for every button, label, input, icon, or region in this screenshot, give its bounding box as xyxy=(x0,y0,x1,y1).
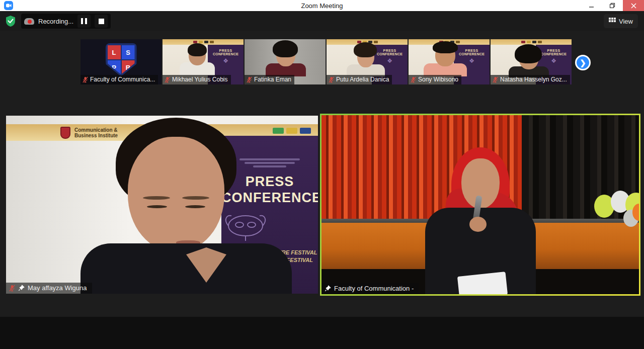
lspr-logo: L S P R xyxy=(106,43,137,76)
recording-icon xyxy=(24,17,34,25)
window-title: Zoom Meeting xyxy=(0,2,644,10)
active-speaker-frame: Faculty of Communication - xyxy=(320,114,640,296)
video-thumbnail[interactable]: PRESS CONFERENCE ❖ Putu Ardelia Danica xyxy=(327,39,408,84)
video-thumbnail[interactable]: PRESS CONFERENCE ❖ Natasha Hasselyn Goz.… xyxy=(491,39,572,84)
view-button[interactable]: View xyxy=(604,14,638,28)
video-thumbnail[interactable]: Fatinka Eman xyxy=(245,39,326,84)
main-video-left[interactable]: Communication & Business Institute PRESS… xyxy=(6,116,318,294)
video-thumbnail[interactable]: L S P R Faculty of Communica... xyxy=(80,39,162,84)
participant-name-tag: Faculty of Communica... xyxy=(80,75,158,84)
close-button[interactable] xyxy=(623,0,644,11)
speaker-left xyxy=(111,118,242,294)
main-video-right[interactable]: Faculty of Communication - xyxy=(321,115,639,294)
view-label: View xyxy=(619,18,633,25)
muted-mic-icon xyxy=(247,76,252,83)
participant-name-tag: Sony Wibisono xyxy=(409,75,461,84)
muted-mic-icon xyxy=(411,76,416,83)
muted-mic-icon xyxy=(9,285,15,292)
stop-recording-button[interactable] xyxy=(95,15,108,28)
video-thumbnail[interactable]: PRESS CONFERENCE ❖ Sony Wibisono xyxy=(409,39,490,84)
participant-name-tag: Mikhael Yulius Cobis xyxy=(163,75,231,84)
meeting-top-bar: Recording... View xyxy=(0,11,644,31)
muted-mic-icon xyxy=(493,76,498,83)
speaker-right xyxy=(415,147,546,294)
zoom-meeting-window: Zoom Meeting Recording... View xyxy=(0,0,644,349)
muted-mic-icon xyxy=(329,76,334,83)
participant-name-tag: May affayza Wiguna xyxy=(6,283,92,294)
grid-view-icon xyxy=(609,18,616,25)
title-bar: Zoom Meeting xyxy=(0,0,644,11)
muted-mic-icon xyxy=(165,76,170,83)
recording-indicator: Recording... xyxy=(21,14,111,29)
participant-name-tag: Putu Ardelia Danica xyxy=(327,75,392,84)
video-thumbnail[interactable]: PRESS CONFERENCE ❖ Mikhael Yulius Cobis xyxy=(163,39,244,84)
participant-name-tag: Fatinka Eman xyxy=(245,75,294,84)
pin-icon xyxy=(18,285,25,291)
institute-logo xyxy=(60,127,70,139)
participant-name-tag: Natasha Hasselyn Goz... xyxy=(491,75,570,84)
recording-label: Recording... xyxy=(38,18,73,25)
meeting-toolbar: Unmute Start Video Security 314 Partic xyxy=(0,317,644,349)
participant-filmstrip: L S P R Faculty of Communica... PRESS CO… xyxy=(80,39,572,84)
participant-name-tag: Faculty of Communication - xyxy=(321,283,419,294)
minimize-button[interactable] xyxy=(581,0,602,11)
muted-mic-icon xyxy=(83,76,88,83)
pin-icon xyxy=(325,285,331,292)
partner-logos xyxy=(273,128,311,134)
pause-recording-button[interactable] xyxy=(77,15,91,28)
maximize-button[interactable] xyxy=(602,0,623,11)
encryption-shield-icon[interactable] xyxy=(5,15,16,27)
next-page-arrow-button[interactable]: ❯ xyxy=(575,55,591,70)
